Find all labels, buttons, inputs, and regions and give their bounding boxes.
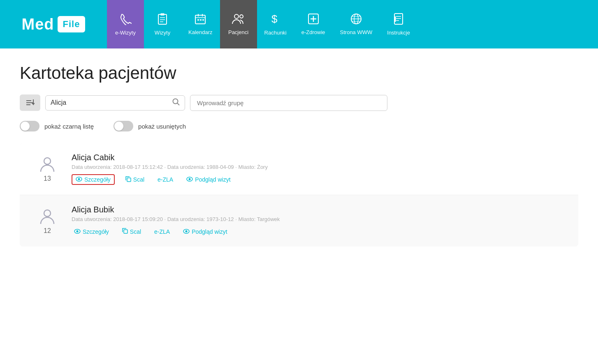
eye-icon-1 xyxy=(76,176,82,183)
scal-label-2: Scal xyxy=(130,228,141,235)
search-row xyxy=(20,94,578,111)
patient-card: 13 Alicja Cabik Data utworzenia: 2018-08… xyxy=(20,143,578,195)
patient-meta-1: Data utworzenia: 2018-08-17 15:12:42 · D… xyxy=(72,164,565,170)
patient-list: 13 Alicja Cabik Data utworzenia: 2018-08… xyxy=(20,143,578,247)
people-icon xyxy=(232,13,246,28)
nav-label-wizyty: Wizyty xyxy=(155,30,170,36)
copy-icon-2 xyxy=(122,228,128,235)
search-box xyxy=(45,95,185,111)
document-icon xyxy=(394,13,403,28)
eye-icon-podglad-2 xyxy=(183,228,190,235)
globe-icon xyxy=(350,13,362,28)
szczegoly-label-1: Szczegóły xyxy=(84,176,111,183)
logo: Med File xyxy=(22,16,86,33)
svg-rect-10 xyxy=(200,19,202,21)
patient-avatar-2: 12 xyxy=(33,207,62,235)
svg-rect-43 xyxy=(124,230,127,233)
svg-point-34 xyxy=(44,158,51,164)
deleted-label: pokaż usuniętych xyxy=(138,123,186,130)
nav: e-Wizyty Wizyty xyxy=(107,0,598,48)
patient-name-1: Alicja Cabik xyxy=(72,153,565,162)
sort-icon xyxy=(25,99,35,107)
nav-label-kalendarz: Kalendarz xyxy=(188,29,213,35)
svg-point-13 xyxy=(240,15,243,18)
patient-info-2: Alicja Bubik Data utworzenia: 2018-08-17… xyxy=(72,205,565,237)
patient-number-1: 13 xyxy=(44,175,51,182)
svg-point-39 xyxy=(189,178,191,180)
podglad-button-1[interactable]: Podgląd wizyt xyxy=(184,175,233,184)
blacklist-toggle[interactable] xyxy=(20,121,39,131)
logo-file: File xyxy=(58,16,86,32)
nav-label-ezdrowie: e-Zdrowie xyxy=(301,29,325,35)
svg-text:$: $ xyxy=(271,13,278,25)
nav-item-stronawww[interactable]: Strona WWW xyxy=(333,0,380,48)
nav-item-kalendarz[interactable]: Kalendarz xyxy=(181,0,220,48)
nav-item-rachunki[interactable]: $ Rachunki xyxy=(257,0,294,48)
svg-line-33 xyxy=(177,103,179,105)
clipboard-icon xyxy=(157,13,168,28)
podglad-button-2[interactable]: Podgląd wizyt xyxy=(181,227,229,237)
nav-label-pacjenci: Pacjenci xyxy=(228,29,248,35)
nav-item-ezdrowie[interactable]: e-Zdrowie xyxy=(294,0,333,48)
deleted-toggle-group: pokaż usuniętych xyxy=(114,121,186,131)
dollar-icon: $ xyxy=(271,13,280,28)
scal-label-1: Scal xyxy=(133,176,144,183)
szczegoly-button-1[interactable]: Szczegóły xyxy=(72,174,115,185)
podglad-label-1: Podgląd wizyt xyxy=(195,176,230,183)
patient-info-1: Alicja Cabik Data utworzenia: 2018-08-17… xyxy=(72,153,565,185)
svg-rect-37 xyxy=(127,178,131,182)
patient-card-2: 12 Alicja Bubik Data utworzenia: 2018-08… xyxy=(20,195,578,247)
svg-point-32 xyxy=(173,99,178,104)
medkit-icon xyxy=(308,13,319,28)
nav-label-stronawww: Strona WWW xyxy=(340,29,373,35)
patient-avatar-1: 13 xyxy=(33,155,62,182)
patient-actions-1: Szczegóły Scal e-ZLA xyxy=(72,174,565,185)
patient-meta-2: Data utworzenia: 2018-08-17 15:09:20 · D… xyxy=(72,216,565,222)
svg-rect-0 xyxy=(158,14,167,24)
svg-rect-9 xyxy=(197,19,199,21)
patient-actions-2: Szczegóły Scal e-ZLA xyxy=(72,226,565,237)
nav-item-instrukcje[interactable]: Instrukcje xyxy=(380,0,417,48)
podglad-label-2: Podgląd wizyt xyxy=(192,228,227,235)
eye-icon-2 xyxy=(74,228,81,235)
sort-button[interactable] xyxy=(20,94,40,111)
nav-label-rachunki: Rachunki xyxy=(264,30,287,36)
toggles-row: pokaż czarną listę pokaż usuniętych xyxy=(20,121,578,131)
svg-point-12 xyxy=(234,14,239,18)
search-icon xyxy=(172,98,180,108)
main-content: Kartoteka pacjentów xyxy=(0,48,598,364)
svg-point-42 xyxy=(76,230,79,232)
nav-item-ewizyty[interactable]: e-Wizyty xyxy=(107,0,144,48)
page-title: Kartoteka pacjentów xyxy=(20,63,578,83)
svg-point-36 xyxy=(78,178,80,180)
person-icon-1 xyxy=(38,155,56,173)
ezla-button-2[interactable]: e-ZLA xyxy=(152,227,172,237)
logo-area: Med File xyxy=(0,0,107,48)
header: Med File e-Wizyty xyxy=(0,0,598,48)
patient-name-2: Alicja Bubik xyxy=(72,205,565,214)
blacklist-label: pokaż czarną listę xyxy=(44,123,94,130)
svg-point-45 xyxy=(185,230,188,232)
nav-item-pacjenci[interactable]: Pacjenci xyxy=(220,0,257,48)
logo-med: Med xyxy=(22,16,54,33)
ezla-button-1[interactable]: e-ZLA xyxy=(155,175,176,184)
phone-icon xyxy=(119,13,132,28)
nav-label-instrukcje: Instrukcje xyxy=(387,30,410,36)
copy-icon-1 xyxy=(125,176,131,183)
eye-icon-podglad-1 xyxy=(186,176,193,183)
patient-number-2: 12 xyxy=(44,227,51,235)
svg-point-40 xyxy=(44,210,51,217)
scal-button-2[interactable]: Scal xyxy=(120,226,144,237)
szczegoly-label-2: Szczegóły xyxy=(83,228,109,235)
scal-button-1[interactable]: Scal xyxy=(123,175,147,185)
blacklist-toggle-group: pokaż czarną listę xyxy=(20,121,94,131)
nav-label-ewizyty: e-Wizyty xyxy=(115,30,136,36)
ezla-label-2: e-ZLA xyxy=(154,228,170,235)
szczegoly-button-2[interactable]: Szczegóły xyxy=(72,227,111,237)
group-input[interactable] xyxy=(190,95,387,111)
nav-item-wizyty[interactable]: Wizyty xyxy=(144,0,181,48)
deleted-toggle[interactable] xyxy=(114,121,133,131)
calendar-icon xyxy=(195,13,206,28)
search-input[interactable] xyxy=(51,99,171,106)
svg-rect-11 xyxy=(202,19,204,21)
